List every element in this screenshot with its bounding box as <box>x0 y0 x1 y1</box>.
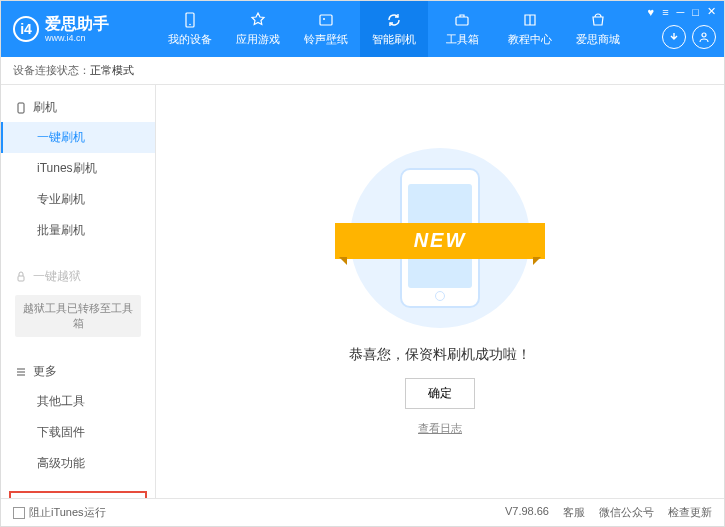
sidebar-more-header[interactable]: 更多 <box>1 357 155 386</box>
svg-rect-7 <box>18 276 24 281</box>
block-itunes-checkbox[interactable]: 阻止iTunes运行 <box>13 505 106 520</box>
ok-button[interactable]: 确定 <box>405 378 475 409</box>
toolbox-icon <box>453 11 471 29</box>
sidebar-item-pro[interactable]: 专业刷机 <box>1 184 155 215</box>
logo-url: www.i4.cn <box>45 34 109 43</box>
logo-area: i4 爱思助手 www.i4.cn <box>1 16 156 43</box>
sidebar-item-advanced[interactable]: 高级功能 <box>1 448 155 479</box>
nav-toolbox[interactable]: 工具箱 <box>428 1 496 57</box>
status-bar: 设备连接状态： 正常模式 <box>1 57 724 85</box>
nav-label: 铃声壁纸 <box>304 32 348 47</box>
shop-icon <box>589 11 607 29</box>
sidebar-item-batch[interactable]: 批量刷机 <box>1 215 155 246</box>
sidebar-item-itunes[interactable]: iTunes刷机 <box>1 153 155 184</box>
sidebar-header-label: 更多 <box>33 363 57 380</box>
nav-shop[interactable]: 爱思商城 <box>564 1 632 57</box>
main-content: NEW 恭喜您，保资料刷机成功啦！ 确定 查看日志 <box>156 85 724 498</box>
download-icon[interactable] <box>662 25 686 49</box>
status-value: 正常模式 <box>90 63 134 78</box>
phone-icon <box>15 102 27 114</box>
close-icon[interactable]: ✕ <box>707 5 716 18</box>
lock-icon <box>15 271 27 283</box>
nav-my-device[interactable]: 我的设备 <box>156 1 224 57</box>
minimize-icon[interactable]: ─ <box>677 6 685 18</box>
svg-point-1 <box>189 24 191 26</box>
apps-icon <box>249 11 267 29</box>
view-log-link[interactable]: 查看日志 <box>418 421 462 436</box>
sidebar-item-othertool[interactable]: 其他工具 <box>1 386 155 417</box>
nav-label: 应用游戏 <box>236 32 280 47</box>
sidebar-jailbreak-header: 一键越狱 <box>1 262 155 291</box>
image-icon <box>317 11 335 29</box>
list-icon <box>15 366 27 378</box>
update-link[interactable]: 检查更新 <box>668 505 712 520</box>
svg-rect-4 <box>456 17 468 25</box>
user-area <box>662 25 716 49</box>
svg-point-3 <box>323 18 325 20</box>
success-illustration: NEW <box>350 148 530 328</box>
wechat-link[interactable]: 微信公众号 <box>599 505 654 520</box>
svg-rect-6 <box>18 103 24 113</box>
nav-flash[interactable]: 智能刷机 <box>360 1 428 57</box>
nav-label: 工具箱 <box>446 32 479 47</box>
nav-label: 我的设备 <box>168 32 212 47</box>
sidebar-item-download[interactable]: 下载固件 <box>1 417 155 448</box>
jailbreak-note: 越狱工具已转移至工具箱 <box>15 295 141 337</box>
status-label: 设备连接状态： <box>13 63 90 78</box>
svg-point-5 <box>702 33 706 37</box>
checkbox-icon <box>13 507 25 519</box>
sidebar-item-oneclick[interactable]: 一键刷机 <box>1 122 155 153</box>
device-icon <box>181 11 199 29</box>
svg-rect-2 <box>320 15 332 25</box>
user-icon[interactable] <box>692 25 716 49</box>
new-ribbon: NEW <box>335 223 545 259</box>
header: i4 爱思助手 www.i4.cn 我的设备 应用游戏 铃声壁纸 智能刷机 工具… <box>1 1 724 57</box>
options-highlight-box: 自动激活 跳过向导 <box>9 491 147 498</box>
sidebar-header-label: 一键越狱 <box>33 268 81 285</box>
logo-text: 爱思助手 <box>45 16 109 32</box>
top-nav: 我的设备 应用游戏 铃声壁纸 智能刷机 工具箱 教程中心 爱思商城 <box>156 1 632 57</box>
nav-ringtones[interactable]: 铃声壁纸 <box>292 1 360 57</box>
maximize-icon[interactable]: □ <box>692 6 699 18</box>
nav-tutorials[interactable]: 教程中心 <box>496 1 564 57</box>
refresh-icon <box>385 11 403 29</box>
menu-icon[interactable]: ♥ <box>648 6 655 18</box>
success-message: 恭喜您，保资料刷机成功啦！ <box>349 346 531 364</box>
footer: 阻止iTunes运行 V7.98.66 客服 微信公众号 检查更新 <box>1 498 724 526</box>
nav-apps[interactable]: 应用游戏 <box>224 1 292 57</box>
sidebar-header-label: 刷机 <box>33 99 57 116</box>
support-link[interactable]: 客服 <box>563 505 585 520</box>
version-label: V7.98.66 <box>505 505 549 520</box>
book-icon <box>521 11 539 29</box>
sidebar-flash-header[interactable]: 刷机 <box>1 93 155 122</box>
sidebar: 刷机 一键刷机 iTunes刷机 专业刷机 批量刷机 一键越狱 越狱工具已转移至… <box>1 85 156 498</box>
nav-label: 爱思商城 <box>576 32 620 47</box>
window-controls: ♥ ≡ ─ □ ✕ <box>648 5 716 18</box>
nav-label: 教程中心 <box>508 32 552 47</box>
nav-label: 智能刷机 <box>372 32 416 47</box>
settings-icon[interactable]: ≡ <box>662 6 668 18</box>
logo-icon: i4 <box>13 16 39 42</box>
checkbox-label: 阻止iTunes运行 <box>29 505 106 520</box>
